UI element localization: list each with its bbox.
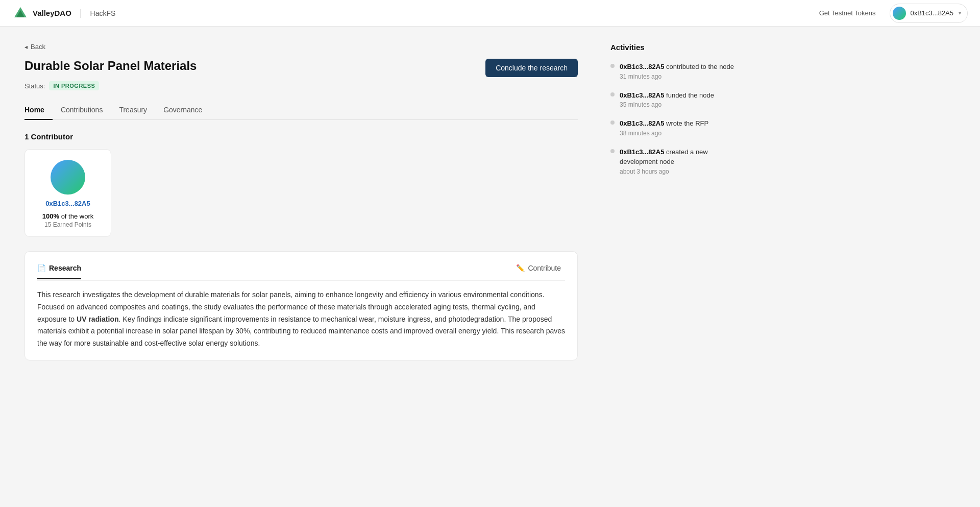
- activity-dot-icon: [610, 64, 615, 68]
- activities-title: Activities: [610, 43, 739, 52]
- main-content: ◂ Back Durable Solar Panel Materials Con…: [0, 27, 602, 507]
- wallet-address: 0xB1c3...82A5: [910, 9, 953, 17]
- contribute-button[interactable]: ✏️ Contribute: [512, 262, 565, 274]
- activity-content: 0xB1c3...82A5 created a new development …: [620, 147, 739, 175]
- activity-actor: 0xB1c3...82A5: [620, 63, 664, 70]
- research-tab-label: Research: [49, 264, 81, 272]
- activity-dot-icon: [610, 92, 615, 96]
- contributor-points: 15 Earned Points: [42, 221, 93, 228]
- header-right: Get Testnet Tokens 0xB1c3...82A5 ▾: [813, 4, 968, 23]
- activity-dot-icon: [610, 149, 615, 153]
- activity-text: 0xB1c3...82A5 contributed to the node: [620, 62, 734, 72]
- activity-action: wrote the RFP: [664, 119, 708, 127]
- contributor-address[interactable]: 0xB1c3...82A5: [45, 200, 90, 207]
- contributor-card: 0xB1c3...82A5 100% of the work 15 Earned…: [24, 149, 111, 237]
- tab-governance[interactable]: Governance: [155, 101, 210, 120]
- activities-sidebar: Activities 0xB1c3...82A5 contributed to …: [602, 27, 755, 507]
- page-header: Durable Solar Panel Materials Conclude t…: [24, 59, 578, 77]
- activity-item: 0xB1c3...82A5 funded the node 35 minutes…: [610, 90, 739, 109]
- wallet-button[interactable]: 0xB1c3...82A5 ▾: [890, 4, 968, 23]
- activity-time: 35 minutes ago: [620, 101, 714, 108]
- page-wrapper: ◂ Back Durable Solar Panel Materials Con…: [0, 27, 980, 507]
- activity-action: funded the node: [664, 91, 714, 99]
- project-name: HackFS: [90, 9, 116, 17]
- wallet-avatar-icon: [893, 7, 906, 20]
- tab-treasury[interactable]: Treasury: [111, 101, 155, 120]
- research-tab[interactable]: 📄 Research: [37, 264, 81, 279]
- tab-contributions[interactable]: Contributions: [53, 101, 111, 120]
- status-badge: IN PROGRESS: [49, 81, 99, 90]
- logo-area: ValleyDAO: [12, 5, 71, 21]
- activity-dot-icon: [610, 120, 615, 125]
- uv-radiation-highlight: UV radiation: [77, 315, 118, 323]
- status-row: Status: IN PROGRESS: [24, 81, 578, 90]
- contributor-percent-suffix: of the work: [59, 212, 93, 220]
- activity-time: 31 minutes ago: [620, 73, 734, 80]
- research-body: This research investigates the developme…: [37, 289, 565, 350]
- contributors-section-title: 1 Contributor: [24, 132, 578, 141]
- valleydao-logo-icon: [12, 5, 29, 21]
- activity-actor: 0xB1c3...82A5: [620, 91, 664, 99]
- conclude-research-button[interactable]: Conclude the research: [485, 59, 578, 77]
- contributor-percent: 100% of the work: [42, 212, 93, 220]
- back-label: Back: [31, 43, 45, 51]
- header-divider: |: [80, 8, 82, 18]
- pencil-icon: ✏️: [516, 264, 525, 272]
- tab-home[interactable]: Home: [24, 101, 53, 120]
- activity-content: 0xB1c3...82A5 contributed to the node 31…: [620, 62, 734, 80]
- status-label: Status:: [24, 82, 45, 90]
- activity-actor: 0xB1c3...82A5: [620, 148, 664, 156]
- header: ValleyDAO | HackFS Get Testnet Tokens 0x…: [0, 0, 980, 27]
- header-left: ValleyDAO | HackFS: [12, 5, 115, 21]
- get-testnet-tokens-button[interactable]: Get Testnet Tokens: [813, 6, 882, 20]
- activity-item: 0xB1c3...82A5 created a new development …: [610, 147, 739, 175]
- contributor-avatar-icon: [51, 160, 85, 195]
- activity-time: about 3 hours ago: [620, 168, 739, 175]
- contributor-percent-value: 100%: [42, 212, 59, 220]
- chevron-down-icon: ▾: [959, 10, 961, 16]
- activity-actor: 0xB1c3...82A5: [620, 119, 664, 127]
- research-header: 📄 Research ✏️ Contribute: [37, 262, 565, 281]
- activity-item: 0xB1c3...82A5 wrote the RFP 38 minutes a…: [610, 118, 739, 137]
- activity-text: 0xB1c3...82A5 wrote the RFP: [620, 118, 708, 129]
- activity-time: 38 minutes ago: [620, 130, 708, 137]
- activity-text: 0xB1c3...82A5 funded the node: [620, 90, 714, 101]
- tabs-nav: Home Contributions Treasury Governance: [24, 101, 578, 120]
- activity-content: 0xB1c3...82A5 funded the node 35 minutes…: [620, 90, 714, 109]
- research-section: 📄 Research ✏️ Contribute This research i…: [24, 251, 578, 360]
- back-arrow-icon: ◂: [24, 43, 28, 51]
- research-doc-icon: 📄: [37, 264, 46, 272]
- contribute-label: Contribute: [528, 264, 561, 272]
- page-title: Durable Solar Panel Materials: [24, 59, 197, 73]
- activity-text: 0xB1c3...82A5 created a new development …: [620, 147, 739, 167]
- contributor-stats: 100% of the work 15 Earned Points: [42, 212, 93, 228]
- logo-text: ValleyDAO: [33, 9, 71, 17]
- activity-item: 0xB1c3...82A5 contributed to the node 31…: [610, 62, 739, 80]
- activity-action: contributed to the node: [664, 63, 734, 70]
- back-link[interactable]: ◂ Back: [24, 43, 578, 51]
- activity-content: 0xB1c3...82A5 wrote the RFP 38 minutes a…: [620, 118, 708, 137]
